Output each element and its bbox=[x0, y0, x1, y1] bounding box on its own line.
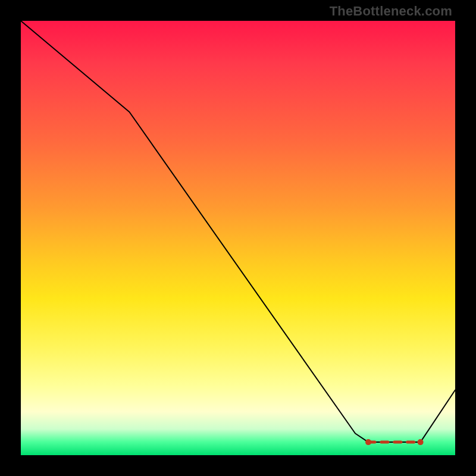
marker-dot bbox=[365, 439, 371, 445]
chart-curve bbox=[21, 21, 455, 442]
attribution-text: TheBottleneck.com bbox=[330, 4, 452, 19]
chart-container: TheBottleneck.com bbox=[0, 0, 476, 476]
marker-dot bbox=[418, 439, 424, 445]
plot-overlay-svg bbox=[21, 21, 455, 455]
flat-region-markers bbox=[365, 439, 424, 445]
